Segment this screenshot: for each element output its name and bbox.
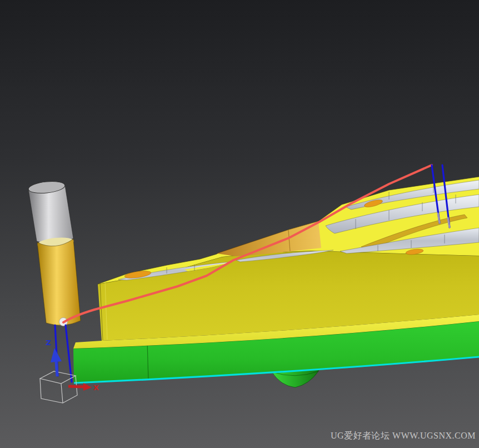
cad-viewport[interactable]: Z X UG爱好者论坛 WWW.UGSNX.COM xyxy=(0,0,479,448)
z-axis-shaft[interactable] xyxy=(56,361,57,376)
graphics-window[interactable]: Z X UG爱好者论坛 WWW.UGSNX.COM xyxy=(0,0,479,448)
forum-watermark: UG爱好者论坛 WWW.UGSNX.COM xyxy=(331,431,476,440)
x-axis-shaft[interactable] xyxy=(68,386,83,387)
z-axis-label: Z xyxy=(46,339,51,347)
x-axis-label: X xyxy=(93,384,99,392)
